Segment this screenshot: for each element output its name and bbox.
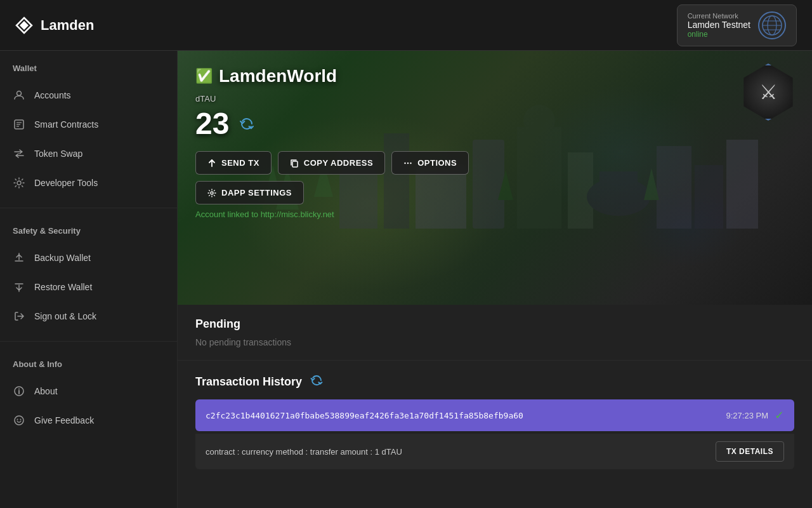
about-label: About xyxy=(34,386,58,396)
tx-details-button[interactable]: TX DETAILS xyxy=(716,441,784,462)
svg-point-15 xyxy=(18,389,20,390)
dapp-token-label: dTAU xyxy=(195,94,794,104)
developer-tools-label: Developer Tools xyxy=(34,178,98,188)
logo: Lamden xyxy=(15,17,94,34)
svg-marker-1 xyxy=(20,21,29,30)
send-tx-label: SEND TX xyxy=(221,158,259,168)
tx-details-row: contract : currency method : transfer am… xyxy=(195,434,794,469)
divider-1 xyxy=(0,208,177,208)
dapp-content: ✅ LamdenWorld dTAU 23 xyxy=(178,51,812,305)
network-status: online xyxy=(688,30,750,39)
svg-point-41 xyxy=(410,162,411,163)
tx-history-header: Transaction History xyxy=(195,373,794,391)
sidebar-item-restore-wallet[interactable]: Restore Wallet xyxy=(0,272,177,302)
safety-section: Safety & Security Backup Wallet xyxy=(0,213,177,336)
sidebar-item-give-feedback[interactable]: Give Feedback xyxy=(0,406,177,435)
main-layout: Wallet Accounts xyxy=(0,51,812,508)
svg-rect-38 xyxy=(292,161,298,167)
token-swap-label: Token Swap xyxy=(34,149,82,159)
tx-right: 9:27:23 PM ✓ xyxy=(726,408,785,422)
header: Lamden Current Network Lamden Testnet on… xyxy=(0,0,812,51)
tx-contract: currency xyxy=(242,447,273,457)
tx-history-title: Transaction History xyxy=(195,375,302,389)
give-feedback-label: Give Feedback xyxy=(34,415,94,425)
pending-title: Pending xyxy=(195,318,794,331)
copy-address-button[interactable]: COPY ADDRESS xyxy=(278,151,385,175)
tx-token: dTAU xyxy=(382,447,402,457)
options-button[interactable]: OPTIONS xyxy=(391,151,469,175)
wallet-section-title: Wallet xyxy=(0,64,177,81)
sign-out-lock-icon xyxy=(13,310,25,323)
svg-point-40 xyxy=(407,162,409,163)
info-section: About & Info About xyxy=(0,347,177,440)
wallet-section: Wallet Accounts xyxy=(0,51,177,203)
dapp-balance-row: 23 xyxy=(195,106,794,141)
network-label: Current Network xyxy=(688,12,750,20)
smart-contracts-label: Smart Contracts xyxy=(34,119,98,130)
sidebar-item-developer-tools[interactable]: Developer Tools xyxy=(0,168,177,197)
logo-diamond-icon xyxy=(15,17,33,34)
copy-address-label: COPY ADDRESS xyxy=(304,158,373,168)
backup-wallet-icon xyxy=(13,251,25,264)
backup-wallet-label: Backup Wallet xyxy=(34,253,91,263)
dapp-link[interactable]: Account linked to http://misc.blicky.net xyxy=(195,210,794,219)
svg-point-7 xyxy=(17,91,22,96)
dapp-title: LamdenWorld xyxy=(219,66,337,86)
sidebar-item-accounts[interactable]: Accounts xyxy=(0,81,177,110)
safety-section-title: Safety & Security xyxy=(0,226,177,243)
tx-row[interactable]: c2fc23c1b44016271a0fbabe538899eaf2426fa3… xyxy=(195,399,794,431)
verified-icon: ✅ xyxy=(195,68,213,84)
about-icon xyxy=(13,385,25,398)
options-label: OPTIONS xyxy=(417,158,457,168)
svg-point-17 xyxy=(17,419,18,420)
smart-contracts-icon xyxy=(13,118,25,131)
dapp-linked-url[interactable]: http://misc.blicky.net xyxy=(261,210,334,219)
dapp-balance-section: dTAU 23 xyxy=(195,94,794,141)
send-tx-button[interactable]: SEND TX xyxy=(195,151,272,175)
dapp-banner: ⚔ ✅ LamdenWorld dTAU 23 xyxy=(178,51,812,305)
info-section-title: About & Info xyxy=(0,359,177,377)
tx-meta: contract : currency method : transfer am… xyxy=(206,447,402,457)
svg-point-39 xyxy=(404,162,405,163)
svg-point-12 xyxy=(17,181,21,185)
main-content: ⚔ ✅ LamdenWorld dTAU 23 xyxy=(178,51,812,508)
sidebar-item-sign-out-lock[interactable]: Sign out & Lock xyxy=(0,302,177,331)
dapp-linked-text: Account linked to xyxy=(195,210,261,219)
transaction-item: c2fc23c1b44016271a0fbabe538899eaf2426fa3… xyxy=(195,399,794,469)
dapp-title-row: ✅ LamdenWorld xyxy=(195,66,794,86)
sign-out-lock-label: Sign out & Lock xyxy=(34,311,96,321)
token-swap-icon xyxy=(13,147,25,160)
dapp-settings-button[interactable]: DAPP SETTINGS xyxy=(195,181,304,204)
network-info: Current Network Lamden Testnet online xyxy=(688,12,750,39)
sidebar-item-backup-wallet[interactable]: Backup Wallet xyxy=(0,243,177,272)
pending-section: Pending No pending transactions xyxy=(178,305,812,361)
tx-history-refresh-button[interactable] xyxy=(310,373,324,391)
sidebar-item-smart-contracts[interactable]: Smart Contracts xyxy=(0,110,177,139)
tx-history-section: Transaction History c2fc23c1b44016271a0f… xyxy=(178,361,812,482)
restore-wallet-label: Restore Wallet xyxy=(34,282,92,292)
tx-amount: 1 xyxy=(375,447,379,457)
sidebar-item-about[interactable]: About xyxy=(0,377,177,406)
network-name: Lamden Testnet xyxy=(688,20,750,30)
sidebar-item-token-swap[interactable]: Token Swap xyxy=(0,139,177,168)
svg-point-42 xyxy=(211,192,213,194)
balance-refresh-button[interactable] xyxy=(238,115,256,133)
sidebar: Wallet Accounts xyxy=(0,51,178,508)
tx-time: 9:27:23 PM xyxy=(726,411,769,420)
network-badge[interactable]: Current Network Lamden Testnet online xyxy=(677,4,797,46)
dapp-settings-row: DAPP SETTINGS xyxy=(195,181,794,204)
restore-wallet-icon xyxy=(13,281,25,293)
dapp-balance-amount: 23 xyxy=(195,106,229,141)
give-feedback-icon xyxy=(13,414,25,427)
tx-hash: c2fc23c1b44016271a0fbabe538899eaf2426fa3… xyxy=(206,411,523,420)
svg-point-18 xyxy=(20,419,22,420)
accounts-label: Accounts xyxy=(34,90,71,100)
dapp-settings-label: DAPP SETTINGS xyxy=(221,188,292,197)
accounts-icon xyxy=(13,89,25,102)
divider-2 xyxy=(0,341,177,342)
app-title: Lamden xyxy=(41,17,94,34)
network-globe-icon xyxy=(758,11,786,39)
no-pending-text: No pending transactions xyxy=(195,337,794,347)
dapp-actions: SEND TX COPY ADDRESS xyxy=(195,151,794,175)
svg-point-16 xyxy=(15,416,23,425)
